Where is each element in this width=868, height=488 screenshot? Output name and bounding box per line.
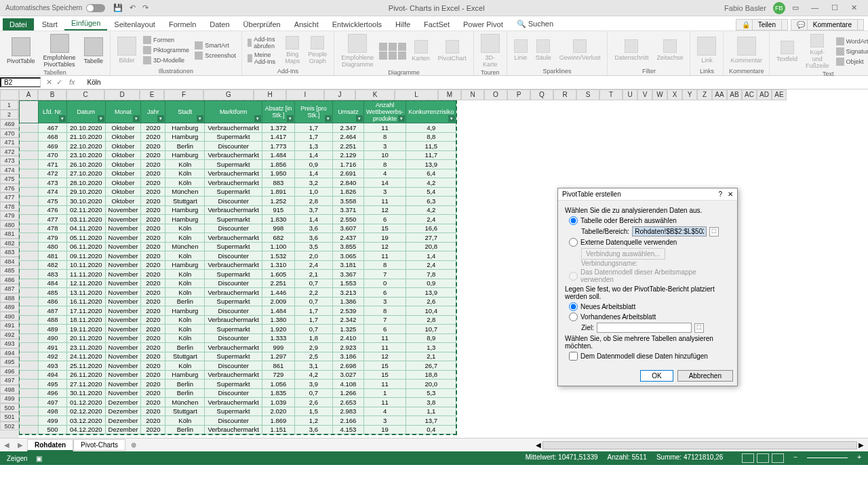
table-header[interactable]: Anzahl Wettbewerbs-produkte▾ (363, 101, 406, 123)
col-header-U[interactable]: U (623, 89, 637, 100)
name-box[interactable] (0, 77, 41, 87)
col-header-F[interactable]: F (164, 89, 203, 100)
filter-icon[interactable]: ▾ (133, 115, 140, 122)
col-header-D[interactable]: D (104, 89, 140, 100)
link-button[interactable]: Link (694, 35, 719, 65)
spark-line-button[interactable]: Linie (511, 38, 530, 62)
table-row[interactable]: 49701.12.2020Dezember2020MünchenVerbrauc… (20, 398, 456, 407)
row-header[interactable]: 485 (0, 266, 19, 275)
pivottable-button[interactable]: PivotTable (4, 36, 38, 66)
col-header-AE[interactable]: AE (772, 89, 787, 100)
tab-help[interactable]: Hilfe (389, 18, 417, 30)
table-row[interactable]: 47602.11.2020November2020HamburgVerbrauc… (20, 205, 456, 215)
table-row[interactable]: 46720.10.2020Oktober2020HamburgVerbrauch… (20, 123, 456, 133)
row-header[interactable]: 499 (0, 394, 19, 403)
table-header[interactable]: Stadt▾ (165, 101, 205, 123)
table-header[interactable]: Lfd. Nr.▾ (39, 101, 67, 123)
table-row[interactable]: 47905.11.2020November2020KölnVerbraucher… (20, 233, 456, 243)
row-header[interactable]: 473 (0, 156, 19, 165)
table-row[interactable]: 50004.12.2020Dezember2020BerlinVerbrauch… (20, 425, 456, 434)
close-icon[interactable]: ✕ (846, 3, 863, 12)
col-header-H[interactable]: H (254, 89, 286, 100)
comment-button[interactable]: Kommentar (728, 35, 765, 65)
col-header-I[interactable]: I (286, 89, 324, 100)
table-row[interactable]: 49020.11.2020November2020KölnDiscounter1… (20, 333, 456, 343)
chart-line-icon[interactable] (389, 43, 397, 51)
row-header[interactable]: 478 (0, 202, 19, 211)
table-row[interactable]: 47530.10.2020Oktober2020StuttgartDiscoun… (20, 197, 456, 206)
col-header-S[interactable]: S (576, 89, 599, 100)
col-header-Y[interactable]: Y (682, 89, 697, 100)
spark-col-button[interactable]: Säule (533, 38, 554, 62)
filter-icon[interactable]: ▾ (287, 115, 294, 122)
table-row[interactable]: 49802.12.2020Dezember2020StuttgartSuperm… (20, 407, 456, 416)
col-header-Z[interactable]: Z (697, 89, 712, 100)
table-row[interactable]: 48109.11.2020November2020KölnDiscounter1… (20, 251, 456, 261)
tab-file[interactable]: Datei (3, 18, 34, 30)
col-header-AA[interactable]: AA (712, 89, 727, 100)
3dmap-button[interactable]: 3D-Karte (478, 33, 502, 69)
table-row[interactable]: 47703.11.2020November2020HamburgSupermar… (20, 215, 456, 224)
wordart-button[interactable]: WordArt (835, 37, 868, 46)
row-header[interactable]: 488 (0, 293, 19, 303)
table-header[interactable]: Umsatz▾ (332, 101, 363, 123)
table-button[interactable]: Tabelle (81, 36, 106, 66)
search-box[interactable]: 🔍 Suchen (510, 18, 560, 30)
filter-icon[interactable]: ▾ (398, 115, 405, 122)
col-header-B[interactable]: B (38, 89, 66, 100)
chart-bar-icon[interactable] (379, 52, 387, 60)
col-header-AD[interactable]: AD (757, 89, 772, 100)
table-row[interactable]: 47429.10.2020Oktober2020MünchenSupermark… (20, 187, 456, 197)
radio-new-sheet[interactable] (569, 302, 578, 311)
tab-dev[interactable]: Entwicklertools (326, 18, 389, 30)
screenshot-button[interactable]: Screenshot (193, 51, 237, 60)
col-header-R[interactable]: R (553, 89, 576, 100)
cancel-button[interactable]: Abbrechen (677, 370, 733, 382)
row-header[interactable]: 498 (0, 385, 19, 394)
table-row[interactable]: 48717.11.2020November2020HamburgDiscount… (20, 306, 456, 316)
row-header[interactable]: 497 (0, 375, 19, 385)
my-addins-button[interactable]: Meine Add-Ins (246, 51, 280, 66)
col-header-O[interactable]: O (484, 89, 507, 100)
maps-button[interactable]: Karten (409, 39, 433, 63)
filter-icon[interactable]: ▾ (98, 115, 104, 122)
table-row[interactable]: 46922.10.2020Oktober2020BerlinDiscounter… (20, 142, 456, 151)
tab-factset[interactable]: FactSet (417, 18, 456, 30)
row-header[interactable]: 486 (0, 275, 19, 285)
row-header[interactable]: 489 (0, 302, 19, 312)
filter-icon[interactable]: ▾ (59, 115, 66, 122)
cancel-formula-icon[interactable]: ✕ (46, 78, 52, 87)
filter-icon[interactable]: ▾ (197, 115, 203, 122)
row-header[interactable]: 477 (0, 192, 19, 202)
col-header-L[interactable]: L (395, 89, 438, 100)
row-header[interactable]: 502 (0, 422, 19, 431)
table-row[interactable]: 47023.10.2020Oktober2020HamburgVerbrauch… (20, 150, 456, 160)
filter-icon[interactable]: ▾ (157, 115, 164, 122)
col-header-AB[interactable]: AB (727, 89, 742, 100)
col-header-V[interactable]: V (637, 89, 652, 100)
rec-charts-button[interactable]: Empfohlene Diagramme (338, 33, 376, 69)
table-row[interactable]: 49527.11.2020November2020BerlinSupermark… (20, 380, 456, 389)
row-header[interactable]: 484 (0, 257, 19, 266)
row-header[interactable]: 501 (0, 412, 19, 422)
table-row[interactable]: 48818.11.2020November2020KölnVerbraucher… (20, 315, 456, 325)
table-row[interactable]: 47126.10.2020Oktober2020KölnSupermarkt1.… (20, 160, 456, 169)
sheet-tab-pivotcharts[interactable]: Pivot-Charts (73, 439, 125, 451)
col-header-G[interactable]: G (203, 89, 254, 100)
table-header[interactable]: Marktform▾ (205, 101, 262, 123)
table-header[interactable]: Jahr▾ (141, 101, 165, 123)
row-header[interactable]: 475 (0, 174, 19, 184)
spark-wl-button[interactable]: Gewinn/Verlust (557, 38, 604, 62)
chart-scatter-icon[interactable] (398, 52, 406, 60)
col-header-Q[interactable]: Q (530, 89, 553, 100)
ribbon-mode-icon[interactable]: ▭ (792, 3, 799, 12)
col-header-N[interactable]: N (461, 89, 484, 100)
filter-icon[interactable]: ▾ (325, 115, 332, 122)
tab-start[interactable]: Start (35, 18, 64, 30)
radio-external[interactable] (569, 238, 578, 247)
chart-pie-icon[interactable] (398, 43, 406, 51)
table-row[interactable]: 49325.11.2020November2020KölnDiscounter8… (20, 361, 456, 371)
table-row[interactable]: 48006.11.2020November2020MünchenSupermar… (20, 242, 456, 251)
table-row[interactable]: 46821.10.2020Oktober2020HamburgSupermark… (20, 132, 456, 142)
table-header[interactable]: Konkurrenzrisiko▾ (406, 101, 456, 123)
